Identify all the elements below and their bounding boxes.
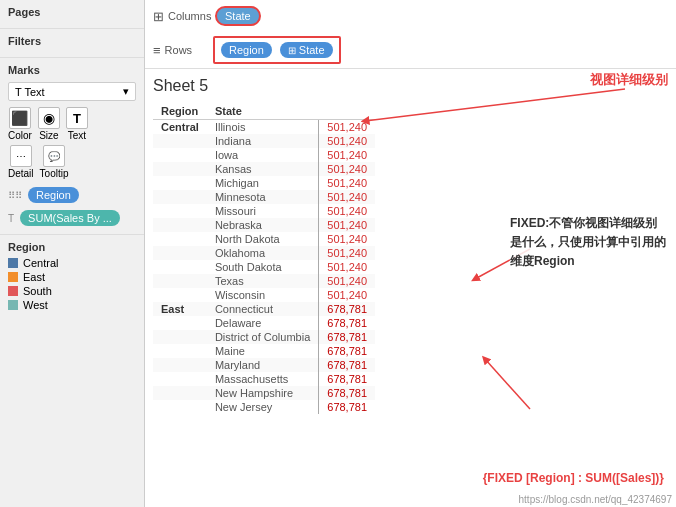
cell-value: 501,240 xyxy=(319,232,375,246)
text-label: Text xyxy=(68,130,86,141)
cell-value: 501,240 xyxy=(319,204,375,218)
cell-region xyxy=(153,162,207,176)
cell-value: 501,240 xyxy=(319,218,375,232)
text-icon-item[interactable]: T Text xyxy=(66,107,88,141)
cell-region xyxy=(153,330,207,344)
legend-color-east xyxy=(8,272,18,282)
table-row: EastConnecticut678,781 xyxy=(153,302,375,316)
sheet-area: Sheet 5 Region State CentralIllinois501,… xyxy=(145,69,676,507)
marks-icons-row2: ⋯ Detail 💬 Tooltip xyxy=(8,145,136,179)
table-row: Nebraska501,240 xyxy=(153,218,375,232)
cell-region xyxy=(153,316,207,330)
marks-icons-row: ⬛ Color ◉ Size T Text xyxy=(8,107,136,141)
cell-state: Maryland xyxy=(207,358,319,372)
rows-label: ≡ Rows xyxy=(153,43,213,58)
rows-pills: Region ⊞ State xyxy=(213,36,341,64)
cell-value: 678,781 xyxy=(319,302,375,316)
row-state-pill[interactable]: ⊞ State xyxy=(280,42,333,58)
size-icon-item[interactable]: ◉ Size xyxy=(38,107,60,141)
legend-label-south: South xyxy=(23,285,52,297)
tooltip-icon[interactable]: 💬 xyxy=(43,145,65,167)
cell-value: 678,781 xyxy=(319,344,375,358)
size-icon[interactable]: ◉ xyxy=(38,107,60,129)
table-row: Oklahoma501,240 xyxy=(153,246,375,260)
legend-central: Central xyxy=(8,257,136,269)
cell-state: Kansas xyxy=(207,162,319,176)
cell-state: Delaware xyxy=(207,316,319,330)
table-row: Wisconsin501,240 xyxy=(153,288,375,302)
toolbar: ⊞ Columns State ≡ Rows Region ⊞ State xyxy=(145,0,676,69)
row-region-pill[interactable]: Region xyxy=(221,42,272,58)
table-row: North Dakota501,240 xyxy=(153,232,375,246)
marks-type-label: T Text xyxy=(15,86,45,98)
legend-color-central xyxy=(8,258,18,268)
cell-state: New Jersey xyxy=(207,400,319,414)
region-pill[interactable]: Region xyxy=(28,187,79,203)
table-row: Maryland678,781 xyxy=(153,358,375,372)
annotation-middle: FIXED:不管你视图详细级别是什么，只使用计算中引用的维度Region xyxy=(510,214,666,272)
tooltip-icon-item[interactable]: 💬 Tooltip xyxy=(40,145,69,179)
table-row: Iowa501,240 xyxy=(153,148,375,162)
table-row: Maine678,781 xyxy=(153,344,375,358)
cell-region: Central xyxy=(153,120,207,135)
grid-icon: ⊞ xyxy=(153,9,164,24)
table-row: Minnesota501,240 xyxy=(153,190,375,204)
table-row: New Hampshire678,781 xyxy=(153,386,375,400)
table-row: Texas501,240 xyxy=(153,274,375,288)
cell-region xyxy=(153,218,207,232)
detail-icon-item[interactable]: ⋯ Detail xyxy=(8,145,34,179)
cell-state: Wisconsin xyxy=(207,288,319,302)
filters-title: Filters xyxy=(8,35,136,47)
legend-south: South xyxy=(8,285,136,297)
cell-value: 678,781 xyxy=(319,316,375,330)
cell-value: 501,240 xyxy=(319,120,375,135)
table-row: Michigan501,240 xyxy=(153,176,375,190)
cell-state: Indiana xyxy=(207,134,319,148)
cell-state: Maine xyxy=(207,344,319,358)
cell-state: Missouri xyxy=(207,204,319,218)
legend-label-west: West xyxy=(23,299,48,311)
sum-sales-pill[interactable]: SUM(Sales By ... xyxy=(20,210,120,226)
cell-state: Nebraska xyxy=(207,218,319,232)
cell-value: 501,240 xyxy=(319,246,375,260)
cell-region xyxy=(153,288,207,302)
detail-icon[interactable]: ⋯ xyxy=(10,145,32,167)
table-header-row: Region State xyxy=(153,103,375,120)
cell-state: Oklahoma xyxy=(207,246,319,260)
columns-pills: State xyxy=(213,4,263,28)
marks-title: Marks xyxy=(8,64,136,76)
color-icon[interactable]: ⬛ xyxy=(9,107,31,129)
color-icon-item[interactable]: ⬛ Color xyxy=(8,107,32,141)
cell-region xyxy=(153,344,207,358)
columns-row: ⊞ Columns State xyxy=(145,0,676,32)
cell-state: Connecticut xyxy=(207,302,319,316)
cell-state: Minnesota xyxy=(207,190,319,204)
marks-type-selector[interactable]: T Text ▾ xyxy=(8,82,136,101)
cell-value: 678,781 xyxy=(319,400,375,414)
cell-value: 678,781 xyxy=(319,386,375,400)
table-row: Delaware678,781 xyxy=(153,316,375,330)
cell-region xyxy=(153,246,207,260)
cell-value: 678,781 xyxy=(319,330,375,344)
legend-label-east: East xyxy=(23,271,45,283)
cell-region xyxy=(153,232,207,246)
cell-state: Michigan xyxy=(207,176,319,190)
cell-value: 501,240 xyxy=(319,288,375,302)
table-row: Massachusetts678,781 xyxy=(153,372,375,386)
watermark: https://blog.csdn.net/qq_42374697 xyxy=(519,494,672,505)
col-header-region: Region xyxy=(153,103,207,120)
cell-state: Iowa xyxy=(207,148,319,162)
chevron-down-icon: ▾ xyxy=(123,85,129,98)
text-icon[interactable]: T xyxy=(66,107,88,129)
cell-region xyxy=(153,260,207,274)
columns-label: ⊞ Columns xyxy=(153,9,213,24)
cell-value: 501,240 xyxy=(319,148,375,162)
col-state-pill[interactable]: State xyxy=(215,6,261,26)
cell-value: 678,781 xyxy=(319,358,375,372)
annotation-bottom: {FIXED [Region] : SUM([Sales])} xyxy=(483,471,664,485)
cell-region xyxy=(153,148,207,162)
cell-state: New Hampshire xyxy=(207,386,319,400)
cell-region xyxy=(153,134,207,148)
list-icon: ≡ xyxy=(153,43,161,58)
cell-value: 501,240 xyxy=(319,162,375,176)
